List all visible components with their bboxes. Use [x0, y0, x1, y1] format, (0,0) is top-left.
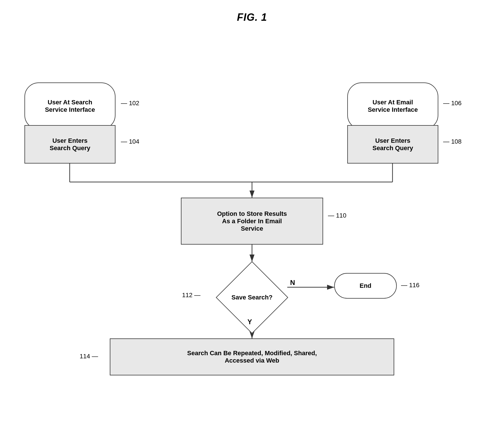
ref-112: 112 — [182, 291, 201, 299]
node-110: Option to Store Results As a Folder In E… [181, 198, 323, 245]
ref-106: — 106 [443, 100, 462, 107]
ref-104: — 104 [121, 138, 139, 145]
node-114: Search Can Be Repeated, Modified, Shared… [110, 338, 394, 375]
ref-110: — 110 [328, 212, 346, 219]
y-label: Y [247, 318, 252, 326]
node-104: User Enters Search Query [24, 125, 115, 164]
fig-title: FIG. 1 [0, 0, 504, 23]
ref-102: — 102 [121, 100, 139, 107]
ref-114: 114 — [80, 353, 98, 360]
node-106: User At Email Service Interface [347, 82, 438, 129]
ref-116: — 116 [401, 282, 420, 289]
node-108: User Enters Search Query [347, 125, 438, 164]
n-label: N [290, 279, 295, 287]
node-102: User At Search Service Interface [24, 82, 115, 129]
node-116: End [334, 273, 397, 299]
ref-108: — 108 [443, 138, 462, 145]
